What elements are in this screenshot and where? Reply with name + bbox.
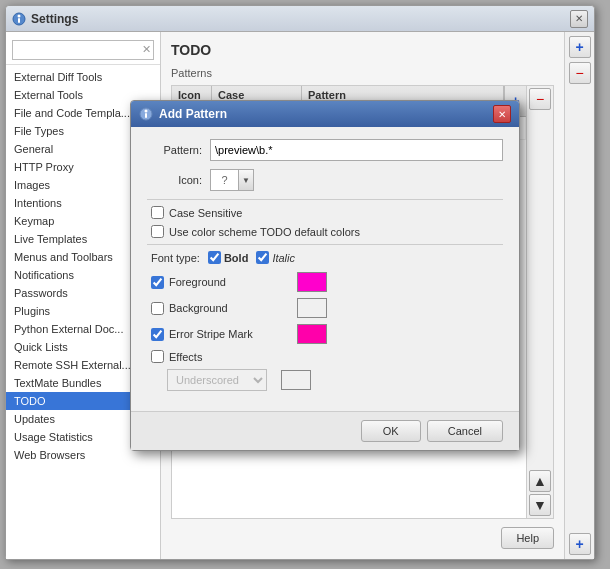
effects-checkbox[interactable]	[151, 350, 164, 363]
effects-check-row: Effects	[147, 350, 503, 363]
search-input[interactable]	[12, 40, 154, 60]
settings-title: Settings	[31, 12, 78, 26]
dialog-cancel-button[interactable]: Cancel	[427, 420, 503, 442]
right-plus-button2[interactable]: +	[569, 533, 591, 555]
effects-label: Effects	[169, 351, 202, 363]
icon-row: Icon: ? ▼	[147, 169, 503, 191]
font-type-label: Font type:	[151, 252, 200, 264]
case-sensitive-checkbox[interactable]	[151, 206, 164, 219]
bold-check: Bold	[208, 251, 248, 264]
bold-label: Bold	[224, 252, 248, 264]
dialog-close-button[interactable]: ✕	[493, 105, 511, 123]
background-checkbox[interactable]	[151, 302, 164, 315]
error-stripe-row: Error Stripe Mark	[147, 324, 503, 344]
foreground-checkbox[interactable]	[151, 276, 164, 289]
right-add-button[interactable]: +	[569, 36, 591, 58]
sidebar-item-external-diff-tools[interactable]: External Diff Tools	[6, 68, 160, 86]
remove-pattern-button[interactable]: −	[529, 88, 551, 110]
italic-check: Italic	[256, 251, 295, 264]
foreground-row: Foreground	[147, 272, 503, 292]
right-remove-button[interactable]: −	[569, 62, 591, 84]
dialog-titlebar: Add Pattern ✕	[131, 101, 519, 127]
effects-color-swatch[interactable]	[281, 370, 311, 390]
settings-close-button[interactable]: ✕	[570, 10, 588, 28]
effects-section: Effects Underscored	[147, 350, 503, 391]
right-panel: + − +	[564, 32, 594, 559]
error-stripe-color-swatch[interactable]	[297, 324, 327, 344]
search-bar: ✕	[6, 36, 160, 65]
dialog-ok-button[interactable]: OK	[361, 420, 421, 442]
use-color-scheme-checkbox[interactable]	[151, 225, 164, 238]
foreground-check-group: Foreground	[151, 276, 289, 289]
icon-dropdown-button[interactable]: ▼	[238, 169, 254, 191]
dialog-title-left: Add Pattern	[139, 107, 227, 121]
background-label: Background	[169, 302, 289, 314]
effects-options-row: Underscored	[147, 369, 503, 391]
svg-point-4	[145, 110, 148, 113]
use-color-scheme-row: Use color scheme TODO default colors	[147, 225, 503, 238]
settings-window-icon	[12, 12, 26, 26]
dialog-footer: OK Cancel	[131, 411, 519, 450]
titlebar-left: Settings	[12, 12, 78, 26]
dialog-icon	[139, 107, 153, 121]
underline-select[interactable]: Underscored	[167, 369, 267, 391]
dialog-title: Add Pattern	[159, 107, 227, 121]
use-color-scheme-label: Use color scheme TODO default colors	[169, 226, 360, 238]
move-pattern-up-button[interactable]: ▲	[529, 470, 551, 492]
italic-label: Italic	[272, 252, 295, 264]
help-button[interactable]: Help	[501, 527, 554, 549]
pattern-input[interactable]	[210, 139, 503, 161]
svg-point-1	[18, 14, 21, 17]
error-stripe-check-group: Error Stripe Mark	[151, 328, 289, 341]
patterns-label: Patterns	[171, 67, 212, 79]
separator-1	[147, 199, 503, 200]
error-stripe-label: Error Stripe Mark	[169, 328, 289, 340]
error-stripe-checkbox[interactable]	[151, 328, 164, 341]
pattern-row: Pattern:	[147, 139, 503, 161]
icon-selector: ? ▼	[210, 169, 254, 191]
move-pattern-down-button[interactable]: ▼	[529, 494, 551, 516]
font-type-row: Font type: Bold Italic	[147, 251, 503, 264]
background-check-group: Background	[151, 302, 289, 315]
bold-checkbox[interactable]	[208, 251, 221, 264]
icon-preview: ?	[210, 169, 238, 191]
search-clear-icon[interactable]: ✕	[142, 43, 151, 56]
foreground-color-swatch[interactable]	[297, 272, 327, 292]
dialog-body: Pattern: Icon: ? ▼ Case Sensitive Use co…	[131, 127, 519, 411]
pattern-label: Pattern:	[147, 144, 202, 156]
svg-rect-5	[145, 113, 147, 118]
background-row: Background	[147, 298, 503, 318]
icon-field-label: Icon:	[147, 174, 202, 186]
add-pattern-dialog: Add Pattern ✕ Pattern: Icon: ? ▼ Case Se…	[130, 100, 520, 451]
settings-titlebar: Settings ✕	[6, 6, 594, 32]
svg-rect-2	[18, 18, 20, 23]
foreground-label: Foreground	[169, 276, 289, 288]
italic-checkbox[interactable]	[256, 251, 269, 264]
case-sensitive-label: Case Sensitive	[169, 207, 242, 219]
page-title: TODO	[171, 42, 554, 58]
background-color-swatch[interactable]	[297, 298, 327, 318]
case-sensitive-row: Case Sensitive	[147, 206, 503, 219]
separator-2	[147, 244, 503, 245]
